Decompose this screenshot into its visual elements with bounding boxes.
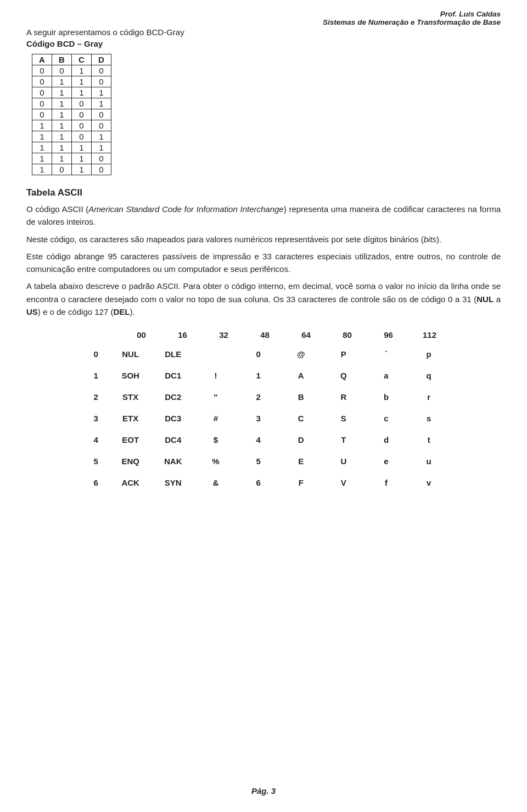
ascii-cell: U (322, 457, 365, 466)
bcd-col-header: B (52, 54, 72, 65)
ascii-data-row: 6ACKSYN&6FVfv (77, 478, 450, 487)
ascii-cell: d (365, 435, 408, 444)
ascii-cell: ` (365, 349, 408, 359)
ascii-data-row: 2STXDC2"2BRbr (77, 392, 450, 402)
bcd-cell: 0 (32, 109, 52, 120)
bcd-col-header: C (72, 54, 92, 65)
ascii-data-row: 1SOHDC1!1AQaq (77, 371, 450, 380)
ascii-cell: SYN (152, 478, 194, 487)
bcd-row: 1101 (32, 131, 111, 142)
ascii-col-header: 64 (285, 330, 327, 340)
bcd-cell: 1 (72, 87, 92, 98)
bcd-row: 1110 (32, 153, 111, 164)
bcd-gray-title: Código BCD – Gray (26, 39, 501, 48)
ascii-table-wrapper: 00163248648096112 0NULDLE0@P`p1SOHDC1!1A… (77, 330, 450, 487)
bcd-cell: 1 (92, 131, 111, 142)
ascii-col-header: 32 (203, 330, 244, 340)
ascii-cell: B (279, 392, 322, 402)
paragraph-4: A tabela abaixo descreve o padrão ASCII.… (26, 280, 501, 318)
ascii-cell: P (322, 349, 365, 359)
bcd-cell: 1 (52, 109, 72, 120)
bcd-cell: 1 (72, 142, 92, 153)
bcd-cell: 1 (72, 76, 92, 87)
ascii-cell: R (322, 392, 365, 402)
ascii-table-section: 00163248648096112 0NULDLE0@P`p1SOHDC1!1A… (26, 330, 501, 487)
bcd-cell: 1 (52, 120, 72, 131)
ascii-cell: 4 (237, 435, 280, 444)
bcd-cell: 1 (52, 153, 72, 164)
bcd-cell: 0 (52, 65, 72, 76)
bcd-cell: 1 (32, 142, 52, 153)
ascii-cell: 6 (237, 478, 280, 487)
ascii-cell: p (407, 349, 450, 359)
ascii-data-row: 0NULDLE0@P`p (77, 349, 450, 359)
ascii-cell: # (194, 414, 237, 423)
ascii-cell: & (194, 478, 237, 487)
ascii-cell: E (279, 457, 322, 466)
bcd-row: 0101 (32, 98, 111, 109)
bcd-cell: 1 (32, 153, 52, 164)
ascii-cell: ETX (109, 414, 152, 423)
ascii-cell: q (407, 371, 450, 380)
paragraph-1: O código ASCII (American Standard Code f… (26, 203, 501, 229)
page-subtitle: Sistemas de Numeração e Transformação de… (323, 18, 501, 26)
ascii-cell: 2 (237, 392, 280, 402)
bcd-cell: 0 (32, 65, 52, 76)
ascii-col-header: 96 (368, 330, 409, 340)
ascii-cell: V (322, 478, 365, 487)
intro-line: A seguir apresentamos o código BCD-Gray (26, 27, 501, 37)
bcd-cell: 0 (32, 87, 52, 98)
bcd-cell: 0 (92, 164, 111, 175)
bcd-col-header: D (92, 54, 111, 65)
ascii-section-title: Tabela ASCII (26, 187, 501, 198)
ascii-cell: T (322, 435, 365, 444)
ascii-cell: a (365, 371, 408, 380)
ascii-cell: A (279, 371, 322, 380)
ascii-cell: s (407, 414, 450, 423)
ascii-cell: STX (109, 392, 152, 402)
ascii-cell: t (407, 435, 450, 444)
ascii-cell: r (407, 392, 450, 402)
bcd-cell: 0 (72, 109, 92, 120)
bcd-row: 1111 (32, 142, 111, 153)
bcd-cell: 1 (72, 153, 92, 164)
bcd-col-header: A (32, 54, 52, 65)
ascii-row-num: 0 (77, 349, 109, 359)
ascii-cell: SOH (109, 371, 152, 380)
ascii-cell: C (279, 414, 322, 423)
bcd-cell: 0 (72, 120, 92, 131)
bcd-row: 1010 (32, 164, 111, 175)
bcd-row: 0111 (32, 87, 111, 98)
ascii-cell: DC3 (152, 414, 194, 423)
author-name: Prof. Luís Caldas (323, 10, 501, 18)
ascii-header-row: 00163248648096112 (121, 330, 450, 340)
ascii-data-row: 4EOTDC4$4DTdt (77, 435, 450, 444)
ascii-cell: u (407, 457, 450, 466)
bcd-cell: 1 (72, 65, 92, 76)
bcd-cell: 1 (32, 120, 52, 131)
bcd-cell: 1 (92, 98, 111, 109)
paragraph-2: Neste código, os caracteres são mapeados… (26, 233, 501, 246)
ascii-cell: v (407, 478, 450, 487)
ascii-cell: NAK (152, 457, 194, 466)
ascii-cell: @ (279, 349, 322, 359)
ascii-data-rows: 0NULDLE0@P`p1SOHDC1!1AQaq2STXDC2"2BRbr3E… (77, 349, 450, 487)
ascii-row-num: 2 (77, 392, 109, 402)
bcd-cell: 1 (72, 164, 92, 175)
page-footer: Pág. 3 (0, 786, 527, 796)
bcd-cell: 1 (52, 76, 72, 87)
ascii-data-row: 5ENQNAK%5EUeu (77, 457, 450, 466)
ascii-cell: 0 (237, 349, 280, 359)
bcd-cell: 0 (92, 76, 111, 87)
paragraph-3: Este código abrange 95 caracteres passív… (26, 250, 501, 276)
bcd-cell: 1 (52, 142, 72, 153)
ascii-row-num: 1 (77, 371, 109, 380)
bcd-cell: 0 (72, 131, 92, 142)
ascii-cell: EOT (109, 435, 152, 444)
bcd-cell: 1 (92, 142, 111, 153)
ascii-cell: 1 (237, 371, 280, 380)
ascii-row-num: 3 (77, 414, 109, 423)
ascii-col-header: 16 (162, 330, 203, 340)
ascii-cell: ENQ (109, 457, 152, 466)
ascii-row-num: 6 (77, 478, 109, 487)
